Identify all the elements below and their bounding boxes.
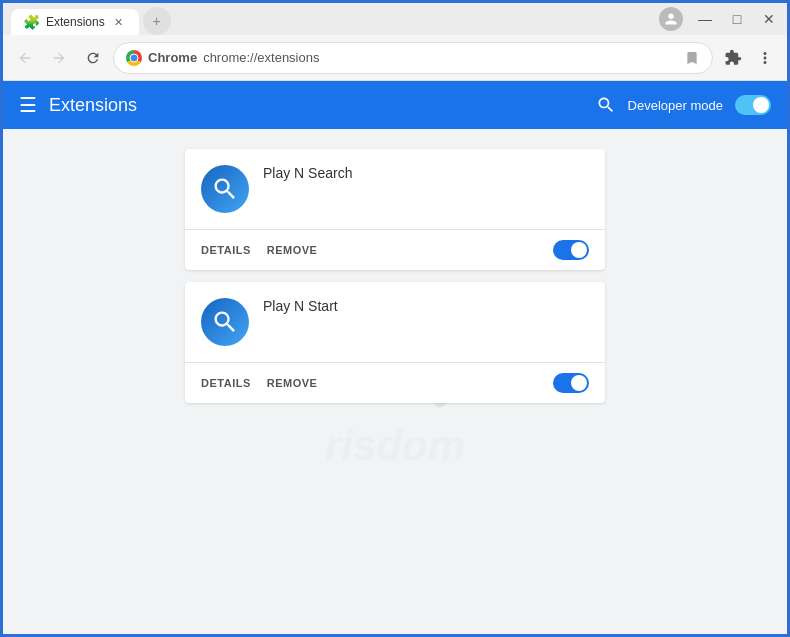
site-icon xyxy=(126,50,142,66)
extension-card: Play N Search DETAILS REMOVE xyxy=(185,149,605,270)
extensions-button[interactable] xyxy=(719,44,747,72)
extension-toggle[interactable] xyxy=(553,240,589,260)
details-button[interactable]: DETAILS xyxy=(201,373,251,393)
tab-label: Extensions xyxy=(46,15,105,29)
browser-window: 🧩 Extensions ✕ + — □ ✕ Chrome xyxy=(0,0,790,637)
extension-icon xyxy=(201,298,249,346)
extension-icon-wrap xyxy=(201,165,249,213)
window-controls: — □ ✕ xyxy=(659,7,779,31)
chrome-menu-button[interactable] xyxy=(751,44,779,72)
extension-card-top: Play N Start xyxy=(185,282,605,362)
extension-card-bottom: DETAILS REMOVE xyxy=(185,362,605,403)
developer-mode-label: Developer mode xyxy=(628,98,723,113)
maximize-button[interactable]: □ xyxy=(727,9,747,29)
extension-card: Play N Start DETAILS REMOVE xyxy=(185,282,605,403)
active-tab[interactable]: 🧩 Extensions ✕ xyxy=(11,9,139,35)
toggle-knob xyxy=(753,97,769,113)
toggle-knob xyxy=(571,375,587,391)
toggle-knob xyxy=(571,242,587,258)
developer-mode-toggle[interactable] xyxy=(735,95,771,115)
tab-close-button[interactable]: ✕ xyxy=(111,14,127,30)
url-brand: Chrome xyxy=(148,50,197,65)
remove-button[interactable]: REMOVE xyxy=(267,373,318,393)
title-bar: 🧩 Extensions ✕ + — □ ✕ xyxy=(3,3,787,35)
nav-right-icons xyxy=(719,44,779,72)
extension-card-top: Play N Search xyxy=(185,149,605,229)
extension-toggle[interactable] xyxy=(553,373,589,393)
search-icon[interactable] xyxy=(596,95,616,115)
back-button[interactable] xyxy=(11,44,39,72)
extension-info: Play N Start xyxy=(263,298,589,318)
profile-icon[interactable] xyxy=(659,7,683,31)
extensions-list: Play N Search DETAILS REMOVE xyxy=(185,149,605,403)
extensions-header: ☰ Extensions Developer mode xyxy=(3,81,787,129)
extension-card-bottom: DETAILS REMOVE xyxy=(185,229,605,270)
address-bar[interactable]: Chrome chrome://extensions xyxy=(113,42,713,74)
url-text: chrome://extensions xyxy=(203,50,319,65)
bookmark-icon[interactable] xyxy=(684,50,700,66)
watermark-text: risdom xyxy=(325,422,465,470)
tab-area: 🧩 Extensions ✕ + xyxy=(11,3,653,35)
new-tab-button[interactable]: + xyxy=(143,7,171,35)
extension-info: Play N Search xyxy=(263,165,589,185)
close-button[interactable]: ✕ xyxy=(759,9,779,29)
details-button[interactable]: DETAILS xyxy=(201,240,251,260)
extension-icon xyxy=(201,165,249,213)
extensions-title: Extensions xyxy=(49,95,584,116)
extension-name: Play N Start xyxy=(263,298,589,314)
remove-button[interactable]: REMOVE xyxy=(267,240,318,260)
extension-icon-wrap xyxy=(201,298,249,346)
forward-button[interactable] xyxy=(45,44,73,72)
navigation-bar: Chrome chrome://extensions xyxy=(3,35,787,81)
extension-name: Play N Search xyxy=(263,165,589,181)
tab-icon: 🧩 xyxy=(23,14,40,30)
minimize-button[interactable]: — xyxy=(695,9,715,29)
reload-button[interactable] xyxy=(79,44,107,72)
hamburger-icon[interactable]: ☰ xyxy=(19,93,37,117)
content-area: 🔍 risdom Play N Search DETAI xyxy=(3,129,787,634)
